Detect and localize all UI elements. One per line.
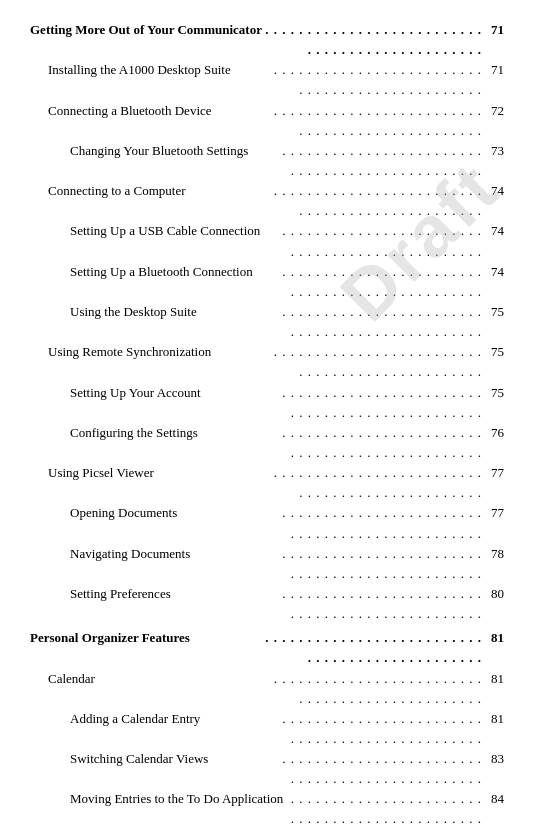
entry-text: Changing Your Bluetooth Settings <box>70 141 275 181</box>
entry-page: 74 <box>484 221 504 261</box>
entry-page: 71 <box>484 20 504 60</box>
entry-text: Getting More Out of Your Communicator <box>30 20 262 60</box>
entry-page: 74 <box>484 181 504 221</box>
entry-dots: . . . . . . . . . . . . . . . . . . . . … <box>275 749 484 789</box>
entry-text: Switching Calendar Views <box>70 749 275 789</box>
entry-page: 77 <box>484 463 504 503</box>
toc-entry: Using Picsel Viewer. . . . . . . . . . .… <box>30 463 504 503</box>
entry-dots: . . . . . . . . . . . . . . . . . . . . … <box>275 423 484 463</box>
entry-text: Moving Entries to the To Do Application <box>70 789 283 837</box>
entry-text: Configuring the Settings <box>70 423 275 463</box>
entry-text: Setting Preferences <box>70 584 275 624</box>
toc-entry: Using the Desktop Suite. . . . . . . . .… <box>30 302 504 342</box>
entry-dots: . . . . . . . . . . . . . . . . . . . . … <box>275 302 484 342</box>
entry-text: Setting Up a Bluetooth Connection <box>70 262 275 302</box>
toc-entry: Moving Entries to the To Do Application.… <box>30 789 504 837</box>
toc-entry: Setting Up a USB Cable Connection. . . .… <box>30 221 504 261</box>
entry-dots: . . . . . . . . . . . . . . . . . . . . … <box>255 628 484 668</box>
entry-dots: . . . . . . . . . . . . . . . . . . . . … <box>264 181 484 221</box>
entry-text: Connecting a Bluetooth Device <box>48 101 264 141</box>
toc-entry: Setting Up a Bluetooth Connection. . . .… <box>30 262 504 302</box>
entry-page: 75 <box>484 302 504 342</box>
toc-entry: Getting More Out of Your Communicator. .… <box>30 20 504 60</box>
entry-text: Navigating Documents <box>70 544 275 584</box>
entry-text: Adding a Calendar Entry <box>70 709 275 749</box>
entry-page: 75 <box>484 342 504 382</box>
entry-dots: . . . . . . . . . . . . . . . . . . . . … <box>283 789 484 837</box>
toc-entry: Installing the A1000 Desktop Suite. . . … <box>30 60 504 100</box>
entry-page: 77 <box>484 503 504 543</box>
entry-dots: . . . . . . . . . . . . . . . . . . . . … <box>275 383 484 423</box>
entry-dots: . . . . . . . . . . . . . . . . . . . . … <box>264 463 484 503</box>
entry-page: 73 <box>484 141 504 181</box>
toc-entry: Using Remote Synchronization. . . . . . … <box>30 342 504 382</box>
toc-entry: Opening Documents. . . . . . . . . . . .… <box>30 503 504 543</box>
entry-text: Connecting to a Computer <box>48 181 264 221</box>
entry-page: 81 <box>484 669 504 709</box>
entry-dots: . . . . . . . . . . . . . . . . . . . . … <box>264 60 484 100</box>
entry-page: 76 <box>484 423 504 463</box>
toc-container: Getting More Out of Your Communicator. .… <box>30 20 504 837</box>
toc-entry: Setting Up Your Account. . . . . . . . .… <box>30 383 504 423</box>
entry-dots: . . . . . . . . . . . . . . . . . . . . … <box>275 709 484 749</box>
toc-entry: Changing Your Bluetooth Settings. . . . … <box>30 141 504 181</box>
entry-dots: . . . . . . . . . . . . . . . . . . . . … <box>264 669 484 709</box>
entry-page: 81 <box>484 709 504 749</box>
entry-page: 72 <box>484 101 504 141</box>
entry-page: 80 <box>484 584 504 624</box>
toc-entry: Adding a Calendar Entry. . . . . . . . .… <box>30 709 504 749</box>
entry-dots: . . . . . . . . . . . . . . . . . . . . … <box>275 262 484 302</box>
entry-text: Setting Up a USB Cable Connection <box>70 221 275 261</box>
entry-page: 74 <box>484 262 504 302</box>
entry-dots: . . . . . . . . . . . . . . . . . . . . … <box>275 584 484 624</box>
entry-text: Installing the A1000 Desktop Suite <box>48 60 264 100</box>
entry-text: Using Remote Synchronization <box>48 342 264 382</box>
toc-entry: Connecting to a Computer. . . . . . . . … <box>30 181 504 221</box>
entry-page: 78 <box>484 544 504 584</box>
entry-page: 81 <box>484 628 504 668</box>
entry-dots: . . . . . . . . . . . . . . . . . . . . … <box>264 342 484 382</box>
entry-page: 71 <box>484 60 504 100</box>
entry-text: Using the Desktop Suite <box>70 302 275 342</box>
entry-text: Calendar <box>48 669 264 709</box>
entry-dots: . . . . . . . . . . . . . . . . . . . . … <box>275 544 484 584</box>
entry-text: Using Picsel Viewer <box>48 463 264 503</box>
toc-entry: Switching Calendar Views. . . . . . . . … <box>30 749 504 789</box>
toc-entry: Setting Preferences. . . . . . . . . . .… <box>30 584 504 624</box>
toc-entry: Navigating Documents. . . . . . . . . . … <box>30 544 504 584</box>
entry-text: Setting Up Your Account <box>70 383 275 423</box>
entry-dots: . . . . . . . . . . . . . . . . . . . . … <box>275 503 484 543</box>
entry-text: Personal Organizer Features <box>30 628 255 668</box>
entry-dots: . . . . . . . . . . . . . . . . . . . . … <box>275 221 484 261</box>
toc-entry: Calendar. . . . . . . . . . . . . . . . … <box>30 669 504 709</box>
entry-page: 84 <box>484 789 504 837</box>
toc-entry: Connecting a Bluetooth Device. . . . . .… <box>30 101 504 141</box>
entry-text: Opening Documents <box>70 503 275 543</box>
entry-page: 83 <box>484 749 504 789</box>
entry-dots: . . . . . . . . . . . . . . . . . . . . … <box>275 141 484 181</box>
entry-page: 75 <box>484 383 504 423</box>
toc-entry: Personal Organizer Features. . . . . . .… <box>30 628 504 668</box>
entry-dots: . . . . . . . . . . . . . . . . . . . . … <box>264 101 484 141</box>
entry-dots: . . . . . . . . . . . . . . . . . . . . … <box>262 20 484 60</box>
toc-entry: Configuring the Settings. . . . . . . . … <box>30 423 504 463</box>
